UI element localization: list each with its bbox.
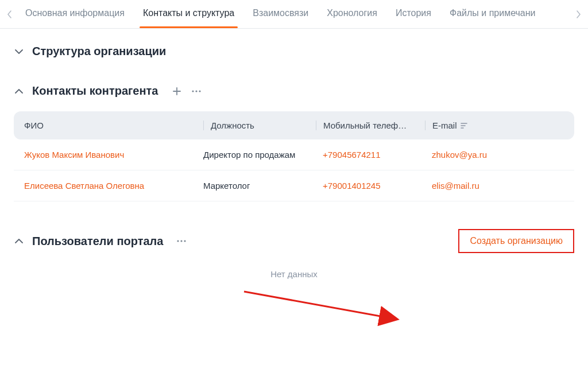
section-title-org-structure: Структура организации <box>32 45 166 58</box>
tabs-scroll-right[interactable] <box>572 0 585 28</box>
th-fio-label: ФИО <box>24 121 44 130</box>
table-row[interactable]: Жуков Максим Иванович Директор по продаж… <box>14 139 574 170</box>
section-contacts: Контакты контрагента ФИО Должность Мобил… <box>0 58 588 201</box>
tabs-scroll-left[interactable] <box>3 0 16 28</box>
contacts-table-head: ФИО Должность Мобильный телеф… E-mail <box>14 111 574 139</box>
th-fio[interactable]: ФИО <box>24 121 203 130</box>
tab-relations[interactable]: Взаимосвязи <box>243 0 318 28</box>
section-title-contacts: Контакты контрагента <box>32 84 158 98</box>
tabs-list: Основная информация Контакты и структура… <box>16 0 572 28</box>
contacts-table: ФИО Должность Мобильный телеф… E-mail Жу… <box>14 111 574 201</box>
tab-files-notes[interactable]: Файлы и примечани <box>440 0 545 28</box>
contacts-table-body: Жуков Максим Иванович Директор по продаж… <box>14 139 574 201</box>
cell-fio[interactable]: Жуков Максим Иванович <box>24 150 203 160</box>
svg-line-6 <box>244 292 396 319</box>
chevron-up-icon[interactable] <box>14 86 24 96</box>
more-actions-button[interactable] <box>176 235 187 247</box>
cell-fio[interactable]: Елисеева Светлана Олеговна <box>24 181 203 191</box>
section-org-structure: Структура организации <box>0 29 588 58</box>
cell-email[interactable]: zhukov@ya.ru <box>425 150 564 160</box>
th-position[interactable]: Должность <box>203 121 316 130</box>
chevron-down-icon[interactable] <box>14 46 24 57</box>
section-portal-users: Пользователи портала Создать организацию <box>0 201 588 253</box>
cell-phone[interactable]: +79045674211 <box>316 150 425 160</box>
svg-point-0 <box>192 90 194 92</box>
th-phone[interactable]: Мобильный телеф… <box>316 121 425 130</box>
tab-history[interactable]: История <box>386 0 440 28</box>
cell-position: Маркетолог <box>203 181 316 191</box>
tab-timeline[interactable]: Хронология <box>318 0 386 28</box>
create-organization-button[interactable]: Создать организацию <box>458 229 574 253</box>
th-position-label: Должность <box>211 121 254 130</box>
svg-point-2 <box>199 90 200 92</box>
tabs-bar: Основная информация Контакты и структура… <box>0 0 588 29</box>
th-email[interactable]: E-mail <box>425 121 564 130</box>
cell-position: Директор по продажам <box>203 150 316 160</box>
cell-email[interactable]: elis@mail.ru <box>425 181 564 191</box>
th-email-label: E-mail <box>432 121 457 130</box>
tab-main-info[interactable]: Основная информация <box>16 0 134 28</box>
svg-point-1 <box>195 90 197 92</box>
svg-point-3 <box>177 240 179 242</box>
svg-point-4 <box>181 240 183 242</box>
section-title-portal-users: Пользователи портала <box>32 235 163 248</box>
add-contact-button[interactable] <box>171 86 183 97</box>
portal-users-empty: Нет данных <box>0 269 588 279</box>
sort-icon <box>461 123 467 129</box>
chevron-up-icon[interactable] <box>14 236 24 246</box>
svg-point-5 <box>184 240 186 242</box>
cell-phone[interactable]: +79001401245 <box>316 181 425 191</box>
more-actions-button[interactable] <box>191 86 202 97</box>
tab-contacts-structure[interactable]: Контакты и структура <box>134 0 243 28</box>
table-row[interactable]: Елисеева Светлана Олеговна Маркетолог +7… <box>14 170 574 201</box>
annotation-arrow <box>241 287 413 333</box>
th-phone-label: Мобильный телеф… <box>323 121 407 130</box>
